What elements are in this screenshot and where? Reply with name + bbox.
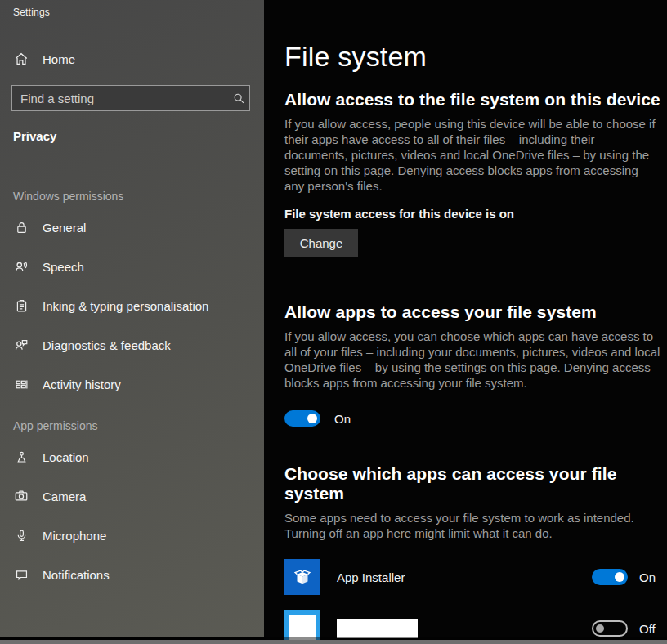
sidebar-item-microphone[interactable]: Microphone: [0, 516, 264, 555]
sidebar-item-general[interactable]: General: [0, 208, 264, 247]
apps-access-description: If you allow access, you can choose whic…: [284, 329, 660, 391]
search-input[interactable]: [12, 92, 228, 105]
device-access-description: If you allow access, people using this d…: [284, 116, 660, 194]
toggle-knob: [307, 414, 317, 423]
app-permissions-group: Location Camera Micropho: [0, 437, 264, 594]
toggle-knob: [596, 624, 604, 633]
section-header-windows-permissions: Windows permissions: [13, 190, 264, 203]
toggle-knob: [615, 572, 624, 582]
microphone-icon: [13, 527, 29, 543]
sidebar-item-inking-typing[interactable]: Inking & typing personalisation: [0, 286, 264, 325]
activity-history-icon: [13, 376, 29, 392]
page-title: File system: [284, 41, 667, 73]
apps-access-heading: Allow apps to access your file system: [284, 302, 667, 322]
app-installer-icon: [284, 559, 320, 595]
location-pin-icon: [13, 449, 29, 465]
sidebar-item-camera[interactable]: Camera: [0, 476, 264, 516]
app-installer-toggle[interactable]: [592, 569, 628, 585]
sidebar: Settings Home Privacy Windows permission…: [0, 0, 264, 637]
sidebar-item-notifications[interactable]: Notifications: [0, 555, 264, 594]
sidebar-item-diagnostics-feedback[interactable]: Diagnostics & feedback: [0, 325, 264, 364]
notification-bubble-icon: [13, 566, 29, 583]
main-content: File system Allow access to the file sys…: [264, 0, 667, 637]
clipboard-icon: [13, 297, 29, 314]
sidebar-item-location[interactable]: Location: [0, 437, 264, 476]
windows-permissions-group: General Speech Inking &: [0, 208, 264, 404]
lock-icon: [13, 219, 29, 235]
app-list: App Installer On Off: [284, 559, 660, 644]
sidebar-item-activity-history[interactable]: Activity history: [0, 364, 264, 404]
choose-apps-description: Some apps need to access your file syste…: [284, 510, 660, 541]
apps-access-toggle-row: On: [284, 410, 667, 427]
sidebar-item-label: Camera: [43, 490, 86, 503]
device-access-heading: Allow access to the file system on this …: [284, 90, 667, 110]
app-row-app-installer: App Installer On: [284, 559, 660, 595]
sidebar-item-label: Microphone: [43, 529, 106, 543]
sidebar-item-label: Home: [43, 52, 75, 66]
speech-icon: [13, 258, 29, 275]
app-installer-toggle-state: On: [639, 570, 660, 584]
camera-icon: [13, 488, 29, 504]
search-box[interactable]: [11, 85, 250, 111]
app-name: App Installer: [337, 570, 592, 584]
window-title: Settings: [0, 7, 264, 18]
sidebar-item-label: Speech: [43, 260, 84, 274]
apps-access-toggle[interactable]: [284, 410, 320, 427]
sidebar-item-label: Diagnostics & feedback: [43, 338, 171, 352]
sidebar-item-label: Activity history: [43, 378, 121, 391]
window-bottom-border: [0, 640, 667, 644]
search-icon: [228, 92, 249, 105]
sidebar-item-home[interactable]: Home: [0, 42, 264, 75]
redacted-app-toggle-state: Off: [639, 622, 660, 636]
category-privacy: Privacy: [13, 129, 264, 143]
redacted-app-toggle[interactable]: [592, 620, 628, 637]
sidebar-item-label: Notifications: [43, 568, 110, 582]
settings-window: Settings Home Privacy Windows permission…: [0, 0, 667, 644]
choose-apps-heading: Choose which apps can access your file s…: [284, 464, 667, 503]
change-button[interactable]: Change: [284, 229, 358, 257]
section-header-app-permissions: App permissions: [13, 419, 264, 432]
redacted-app-name: [337, 619, 418, 638]
sidebar-item-label: General: [43, 221, 86, 235]
home-icon: [13, 51, 29, 67]
sidebar-item-speech[interactable]: Speech: [0, 247, 264, 286]
apps-access-toggle-state: On: [334, 412, 351, 426]
device-access-status: File system access for this device is on: [284, 207, 667, 221]
sidebar-item-label: Location: [43, 450, 89, 464]
feedback-icon: [13, 337, 29, 353]
sidebar-item-label: Inking & typing personalisation: [43, 299, 208, 313]
